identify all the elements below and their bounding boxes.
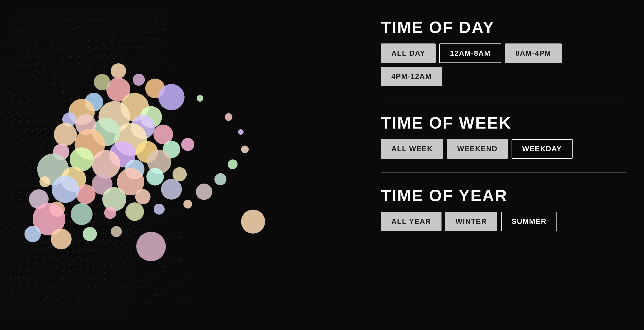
map-section [0,0,363,330]
8am-4pm-button[interactable]: 8AM-4PM [505,43,562,63]
time-of-week-buttons: ALL WEEK WEEKEND WEEKDAY [381,139,626,159]
weekday-button[interactable]: WEEKDAY [512,139,572,159]
map-canvas [0,0,363,330]
divider-1 [381,100,626,100]
12am-8am-button[interactable]: 12AM-8AM [439,43,501,63]
summer-button[interactable]: SUMMER [501,212,557,231]
time-of-year-group: TIME OF YEAR ALL YEAR WINTER SUMMER [381,186,626,231]
winter-button[interactable]: WINTER [445,212,497,231]
controls-section: TIME OF DAY ALL DAY 12AM-8AM 8AM-4PM 4PM… [363,0,644,330]
time-of-day-title: TIME OF DAY [381,18,626,37]
all-year-button[interactable]: ALL YEAR [381,212,442,231]
all-day-button[interactable]: ALL DAY [381,43,436,63]
divider-2 [381,172,626,173]
all-week-button[interactable]: ALL WEEK [381,139,443,159]
time-of-day-group: TIME OF DAY ALL DAY 12AM-8AM 8AM-4PM 4PM… [381,18,626,86]
time-of-week-title: TIME OF WEEK [381,114,626,132]
4pm-12am-button[interactable]: 4PM-12AM [381,67,442,86]
time-of-day-buttons: ALL DAY 12AM-8AM 8AM-4PM 4PM-12AM [381,43,626,86]
time-of-year-title: TIME OF YEAR [381,186,626,205]
weekend-button[interactable]: WEEKEND [447,139,508,159]
time-of-year-buttons: ALL YEAR WINTER SUMMER [381,212,626,231]
time-of-week-group: TIME OF WEEK ALL WEEK WEEKEND WEEKDAY [381,114,626,159]
